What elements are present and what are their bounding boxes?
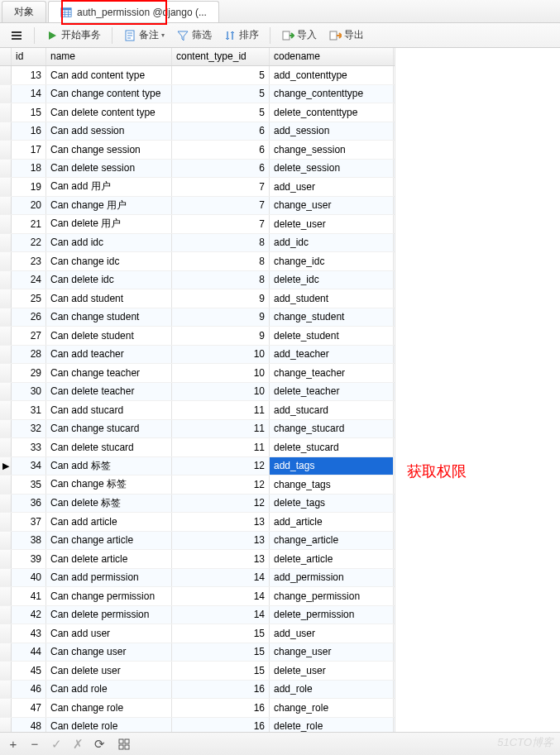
cell-id[interactable]: 34: [12, 457, 46, 475]
cell-codename[interactable]: change_tags: [270, 475, 394, 494]
grid-view-icon[interactable]: [117, 738, 131, 751]
cell-content-type-id[interactable]: 10: [172, 383, 270, 401]
cell-id[interactable]: 18: [12, 160, 46, 178]
cell-name[interactable]: Can delete 标签: [46, 495, 172, 513]
row-gutter[interactable]: [0, 643, 12, 662]
cell-content-type-id[interactable]: 11: [172, 420, 270, 438]
cell-content-type-id[interactable]: 8: [172, 252, 270, 270]
cell-codename[interactable]: change_contenttype: [270, 85, 394, 103]
cell-content-type-id[interactable]: 12: [172, 475, 270, 494]
cell-codename[interactable]: delete_permission: [270, 606, 394, 624]
row-gutter[interactable]: [0, 252, 12, 270]
gutter-header[interactable]: [0, 48, 12, 65]
tab-objects[interactable]: 对象: [2, 1, 46, 22]
cell-name[interactable]: Can add article: [46, 513, 172, 531]
row-gutter[interactable]: [0, 289, 12, 308]
row-gutter[interactable]: [0, 475, 12, 494]
cell-content-type-id[interactable]: 14: [172, 569, 270, 587]
table-row[interactable]: 38Can change article13change_article: [0, 532, 395, 551]
cell-id[interactable]: 37: [12, 513, 46, 531]
table-row[interactable]: 37Can add article13add_article: [0, 513, 395, 532]
cell-content-type-id[interactable]: 13: [172, 532, 270, 550]
row-gutter[interactable]: ▶: [0, 457, 12, 475]
cell-id[interactable]: 31: [12, 401, 46, 419]
cell-codename[interactable]: add_tags: [270, 457, 394, 475]
cell-name[interactable]: Can change session: [46, 141, 172, 159]
cell-content-type-id[interactable]: 12: [172, 495, 270, 513]
cell-content-type-id[interactable]: 6: [172, 141, 270, 159]
table-row[interactable]: 35Can change 标签12change_tags: [0, 475, 395, 495]
row-gutter[interactable]: [0, 215, 12, 233]
cell-content-type-id[interactable]: 9: [172, 308, 270, 327]
row-gutter[interactable]: [0, 513, 12, 531]
cell-content-type-id[interactable]: 16: [172, 681, 270, 699]
cell-name[interactable]: Can delete 用户: [46, 215, 172, 233]
cell-content-type-id[interactable]: 14: [172, 587, 270, 605]
filter-button[interactable]: 筛选: [171, 25, 217, 45]
cell-codename[interactable]: change_session: [270, 141, 394, 159]
cell-id[interactable]: 25: [12, 289, 46, 308]
cell-codename[interactable]: delete_user: [270, 215, 394, 233]
cell-name[interactable]: Can add user: [46, 624, 172, 643]
cell-codename[interactable]: delete_student: [270, 327, 394, 345]
row-gutter[interactable]: [0, 587, 12, 605]
cell-id[interactable]: 30: [12, 383, 46, 401]
cell-id[interactable]: 29: [12, 364, 46, 382]
cell-content-type-id[interactable]: 7: [172, 178, 270, 196]
cell-content-type-id[interactable]: 13: [172, 513, 270, 531]
cell-id[interactable]: 41: [12, 587, 46, 605]
cell-name[interactable]: Can add stucard: [46, 401, 172, 419]
cell-codename[interactable]: delete_idc: [270, 271, 394, 289]
row-gutter[interactable]: [0, 308, 12, 327]
cell-codename[interactable]: delete_session: [270, 160, 394, 178]
cell-name[interactable]: Can delete student: [46, 327, 172, 345]
cell-content-type-id[interactable]: 12: [172, 457, 270, 475]
cell-id[interactable]: 45: [12, 662, 46, 680]
row-gutter[interactable]: [0, 364, 12, 382]
cell-codename[interactable]: change_idc: [270, 252, 394, 270]
cell-name[interactable]: Can delete user: [46, 662, 172, 680]
cell-content-type-id[interactable]: 15: [172, 662, 270, 680]
row-gutter[interactable]: [0, 438, 12, 456]
cell-name[interactable]: Can change stucard: [46, 420, 172, 438]
menu-button[interactable]: [5, 26, 28, 45]
row-gutter[interactable]: [0, 346, 12, 364]
table-row[interactable]: 24Can delete idc8delete_idc: [0, 271, 395, 290]
table-row[interactable]: 21Can delete 用户7delete_user: [0, 215, 395, 234]
table-row[interactable]: 47Can change role16change_role: [0, 699, 395, 718]
column-header-content-type-id[interactable]: content_type_id: [172, 48, 270, 65]
table-row[interactable]: 16Can add session6add_session: [0, 122, 395, 141]
table-row[interactable]: 13Can add content type5add_contenttype: [0, 66, 395, 85]
cell-name[interactable]: Can add role: [46, 681, 172, 699]
table-row[interactable]: 33Can delete stucard11delete_stucard: [0, 438, 395, 457]
cell-name[interactable]: Can change 标签: [46, 475, 172, 494]
start-transaction-button[interactable]: 开始事务: [41, 25, 106, 45]
cell-name[interactable]: Can delete session: [46, 160, 172, 178]
cell-content-type-id[interactable]: 14: [172, 606, 270, 624]
sort-button[interactable]: 排序: [218, 25, 264, 45]
table-row[interactable]: 40Can add permission14add_permission: [0, 569, 395, 588]
cell-name[interactable]: Can delete content type: [46, 103, 172, 122]
cell-name[interactable]: Can change 用户: [46, 197, 172, 215]
row-gutter[interactable]: [0, 234, 12, 252]
table-row[interactable]: 41Can change permission14change_permissi…: [0, 587, 395, 606]
cell-content-type-id[interactable]: 6: [172, 122, 270, 141]
table-row[interactable]: 31Can add stucard11add_stucard: [0, 401, 395, 420]
row-gutter[interactable]: [0, 178, 12, 196]
cell-codename[interactable]: add_role: [270, 681, 394, 699]
tab-auth-permission[interactable]: auth_permission @django (...: [48, 1, 219, 22]
row-gutter[interactable]: [0, 550, 12, 568]
cell-codename[interactable]: change_user: [270, 197, 394, 215]
cell-content-type-id[interactable]: 6: [172, 160, 270, 178]
table-row[interactable]: 14Can change content type5change_content…: [0, 85, 395, 104]
cell-codename[interactable]: delete_contenttype: [270, 103, 394, 122]
cell-id[interactable]: 27: [12, 327, 46, 345]
cell-name[interactable]: Can add teacher: [46, 346, 172, 364]
table-row[interactable]: 36Can delete 标签12delete_tags: [0, 495, 395, 514]
cell-content-type-id[interactable]: 9: [172, 289, 270, 308]
cell-id[interactable]: 32: [12, 420, 46, 438]
note-button[interactable]: 备注 ▾: [118, 25, 170, 45]
cell-codename[interactable]: add_permission: [270, 569, 394, 587]
cell-codename[interactable]: add_idc: [270, 234, 394, 252]
cell-codename[interactable]: delete_user: [270, 662, 394, 680]
